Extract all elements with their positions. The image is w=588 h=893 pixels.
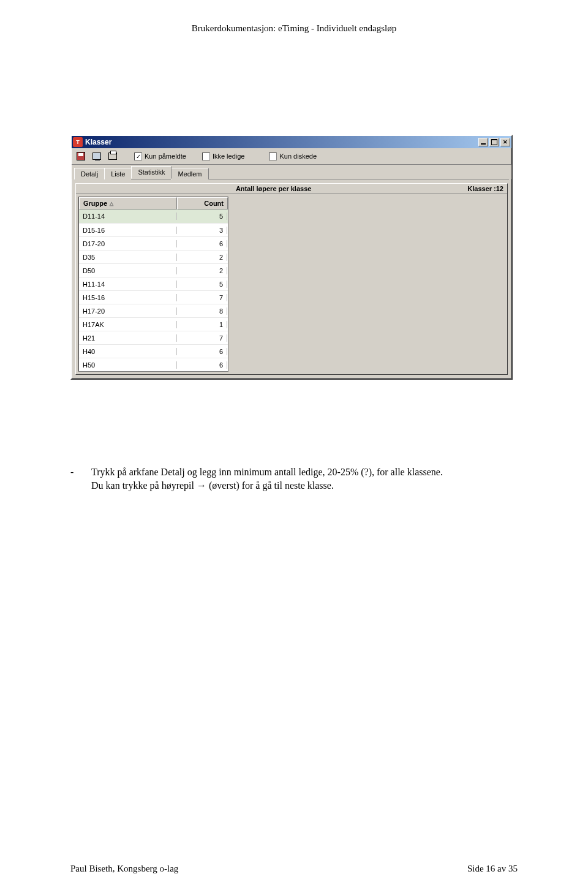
monitor-icon[interactable] [91, 151, 102, 162]
tab-liste[interactable]: Liste [104, 168, 132, 179]
cell-group: D50 [79, 267, 177, 274]
footer-author: Paul Biseth, Kongsberg o-lag [70, 864, 178, 874]
table-row[interactable]: D15-163 [79, 223, 228, 236]
right-arrow-icon: → [197, 480, 206, 491]
klasser-window: T Klasser ✓ Kun påmeldte Ikke ledige [70, 135, 513, 380]
cell-group: H17AK [79, 321, 177, 328]
checkbox-label: Kun diskede [279, 153, 317, 160]
table-row[interactable]: H17AK1 [79, 317, 228, 331]
col-header-count[interactable]: Count [177, 197, 228, 209]
kun-pameldte-checkbox[interactable]: ✓ Kun påmeldte [134, 153, 186, 160]
table-row[interactable]: D17-206 [79, 236, 228, 250]
table-row[interactable]: D502 [79, 263, 228, 277]
cell-count: 6 [177, 361, 227, 369]
sort-asc-icon: △ [110, 201, 113, 206]
cell-group: H40 [79, 348, 177, 355]
tab-detalj[interactable]: Detalj [74, 168, 105, 179]
checkbox-icon [269, 153, 277, 160]
app-icon: T [73, 137, 83, 147]
body-line-2b: (øverst) for å gå til neste klasse. [206, 480, 334, 491]
bullet-dash: - [70, 465, 91, 492]
kun-diskede-checkbox[interactable]: Kun diskede [269, 153, 317, 160]
cell-group: H17-20 [79, 307, 177, 315]
tab-statistikk[interactable]: Statistikk [131, 166, 172, 179]
stats-grid: Gruppe △ Count D11-145D15-163D17-206D352… [78, 197, 228, 372]
klasser-count-label: Klasser :12 [467, 185, 503, 192]
footer-page-number: Side 16 av 35 [467, 864, 518, 874]
table-row[interactable]: H406 [79, 344, 228, 358]
cell-group: D17-20 [79, 240, 177, 247]
table-row[interactable]: H15-167 [79, 290, 228, 304]
table-row[interactable]: H11-145 [79, 277, 228, 290]
col-header-gruppe[interactable]: Gruppe △ [79, 197, 177, 209]
cell-count: 2 [177, 267, 227, 274]
panel-title: Antall løpere per klasse [80, 185, 467, 192]
body-line-2a: Du kan trykke på høyrepil [91, 480, 197, 491]
cell-group: H21 [79, 334, 177, 342]
table-row[interactable]: H17-208 [79, 304, 228, 317]
screenshot-figure: T Klasser ✓ Kun påmeldte Ikke ledige [70, 135, 513, 380]
print-icon[interactable] [107, 151, 118, 162]
checkbox-icon: ✓ [134, 153, 142, 160]
cell-count: 5 [177, 213, 227, 220]
minimize-button[interactable] [478, 138, 488, 146]
cell-count: 7 [177, 334, 227, 342]
ikke-ledige-checkbox[interactable]: Ikke ledige [202, 153, 245, 160]
cell-count: 6 [177, 348, 227, 355]
cell-group: D35 [79, 254, 177, 261]
table-row[interactable]: D352 [79, 250, 228, 263]
checkbox-icon [202, 153, 210, 160]
body-line-1: Trykk på arkfane Detalj og legg inn mini… [91, 467, 443, 477]
save-icon[interactable] [75, 151, 86, 162]
cell-group: H50 [79, 361, 177, 369]
table-row[interactable]: H506 [79, 358, 228, 371]
cell-count: 3 [177, 227, 227, 234]
cell-group: D11-14 [79, 213, 177, 220]
checkbox-label: Kun påmeldte [145, 153, 186, 160]
tab-strip: Detalj Liste Statistikk Medlem [72, 165, 511, 179]
page-header: Brukerdokumentasjon: eTiming - Individue… [0, 0, 588, 34]
cell-count: 6 [177, 240, 227, 247]
cell-count: 1 [177, 321, 227, 328]
stats-panel: Antall løpere per klasse Klasser :12 Gru… [75, 183, 508, 375]
cell-group: H15-16 [79, 294, 177, 301]
cell-group: D15-16 [79, 227, 177, 234]
maximize-button[interactable] [489, 138, 499, 146]
table-row[interactable]: D11-145 [79, 209, 228, 223]
tab-medlem[interactable]: Medlem [171, 168, 208, 179]
cell-count: 2 [177, 254, 227, 261]
close-button[interactable] [500, 138, 510, 146]
toolbar: ✓ Kun påmeldte Ikke ledige Kun diskede [72, 148, 511, 165]
cell-group: H11-14 [79, 281, 177, 288]
table-row[interactable]: H217 [79, 331, 228, 344]
checkbox-label: Ikke ledige [213, 153, 245, 160]
titlebar: T Klasser [72, 136, 511, 148]
cell-count: 5 [177, 281, 227, 288]
document-body-text: - Trykk på arkfane Detalj og legg inn mi… [70, 465, 511, 492]
window-title: Klasser [85, 138, 478, 146]
cell-count: 7 [177, 294, 227, 301]
cell-count: 8 [177, 307, 227, 315]
